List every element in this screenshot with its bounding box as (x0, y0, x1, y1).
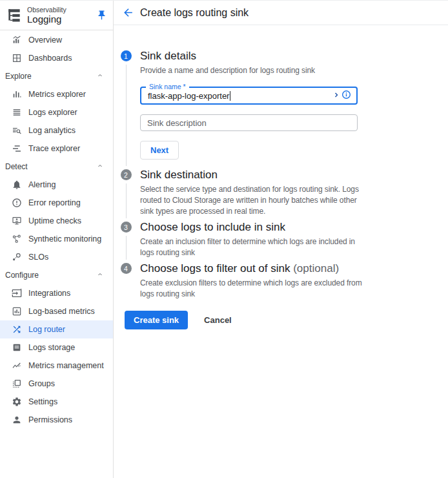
chevron-up-icon (96, 161, 104, 172)
integrations-icon (11, 288, 22, 299)
sidebar-item-label: Uptime checks (28, 216, 81, 225)
stepper-connector (126, 236, 127, 260)
stepper-connector (126, 65, 127, 166)
sidebar-item-dashboards[interactable]: Dashboards (0, 49, 113, 67)
pin-icon[interactable] (94, 8, 109, 23)
text-caret (230, 91, 230, 101)
sidebar-item-label: Settings (28, 397, 57, 406)
sidebar-item-slos[interactable]: SLOs (0, 248, 113, 266)
sink-name-field[interactable]: Sink name * flask-app-log-exporter (140, 87, 358, 105)
sidebar-item-label: Log analytics (28, 126, 76, 135)
sidebar-item-groups[interactable]: Groups (0, 375, 113, 393)
sidebar-item-label: Metrics management (28, 361, 104, 370)
sidebar-item-log-router[interactable]: Log router (0, 320, 113, 338)
sidebar-item-settings[interactable]: Settings (0, 393, 113, 411)
step-include-logs: 3 Choose logs to include in sink Create … (117, 220, 448, 262)
sidebar: Observability Logging Overview Dashboard… (0, 1, 114, 478)
step-rail: 2 (117, 168, 135, 220)
sidebar-item-label: Integrations (28, 289, 70, 298)
sidebar-item-permissions[interactable]: Permissions (0, 411, 113, 429)
step-description: Provide a name and description for logs … (140, 65, 367, 76)
next-button[interactable]: Next (140, 141, 179, 160)
sidebar-item-alerting[interactable]: Alerting (0, 176, 113, 194)
create-sink-stepper: 1 Sink details Provide a name and descri… (117, 49, 448, 303)
sidebar-section-configure[interactable]: Configure (0, 266, 113, 284)
sink-description-input[interactable] (140, 114, 358, 131)
slos-icon (11, 252, 22, 263)
permissions-icon (11, 415, 22, 426)
sidebar-item-logs-explorer[interactable]: Logs explorer (0, 103, 113, 121)
step-description: Create exclusion filters to determine wh… (140, 278, 367, 300)
sidebar-nav: Overview Dashboards Explore Metrics expl… (0, 30, 113, 429)
app-window: Observability Logging Overview Dashboard… (0, 0, 448, 478)
sidebar-item-label: Overview (28, 36, 62, 45)
sidebar-item-error-reporting[interactable]: Error reporting (0, 194, 113, 212)
chevron-right-icon[interactable] (332, 90, 340, 101)
sidebar-header: Observability Logging (0, 1, 113, 30)
sink-name-label: Sink name * (146, 83, 189, 90)
step-3-badge: 3 (121, 222, 132, 233)
section-label: Explore (5, 72, 32, 81)
product-titles: Observability Logging (27, 6, 94, 25)
back-arrow-icon[interactable] (118, 3, 137, 23)
step-title-text: Choose logs to filter out of sink (140, 262, 290, 275)
content-area: 1 Sink details Provide a name and descri… (114, 25, 448, 478)
sidebar-item-label: Alerting (28, 180, 56, 189)
trace-explorer-icon (11, 143, 22, 154)
section-label: Detect (5, 162, 28, 171)
stepper-connector (126, 183, 127, 218)
sidebar-item-log-analytics[interactable]: Log analytics (0, 121, 113, 140)
sink-name-value: flask-app-log-exporter (148, 91, 229, 101)
cancel-button[interactable]: Cancel (200, 315, 236, 326)
logs-storage-icon (11, 342, 22, 353)
step-rail: 1 (117, 49, 135, 168)
sidebar-item-label: Permissions (28, 415, 72, 424)
log-router-icon (11, 324, 22, 335)
sidebar-item-integrations[interactable]: Integrations (0, 284, 113, 302)
sidebar-item-uptime-checks[interactable]: Uptime checks (0, 212, 113, 230)
synthetic-monitoring-icon (11, 234, 22, 245)
logging-logo-icon (6, 7, 23, 24)
sidebar-item-label: Log-based metrics (28, 307, 95, 316)
step-rail: 3 (117, 220, 135, 262)
step-exclude-logs: 4 Choose logs to filter out of sink (opt… (117, 262, 448, 303)
step-sink-details: 1 Sink details Provide a name and descri… (117, 49, 448, 168)
step-4-badge: 4 (121, 263, 132, 274)
sidebar-item-metrics-explorer[interactable]: Metrics explorer (0, 85, 113, 103)
field-icons (332, 90, 351, 102)
step-description: Select the service type and destination … (140, 184, 367, 217)
sidebar-item-trace-explorer[interactable]: Trace explorer (0, 140, 113, 158)
sidebar-item-label: Groups (28, 379, 55, 388)
sink-name-input[interactable]: flask-app-log-exporter (148, 91, 332, 101)
info-icon[interactable] (341, 90, 351, 102)
create-sink-button[interactable]: Create sink (125, 311, 188, 329)
log-analytics-icon (11, 125, 22, 136)
step-1-badge: 1 (121, 50, 132, 61)
step-2-badge: 2 (121, 169, 132, 180)
sidebar-item-label: Logs explorer (28, 108, 77, 117)
sidebar-item-log-based-metrics[interactable]: Log-based metrics (0, 302, 113, 320)
sidebar-item-synthetic-monitoring[interactable]: Synthetic monitoring (0, 230, 113, 248)
chevron-up-icon (96, 70, 104, 82)
page-title: Create logs routing sink (140, 7, 249, 19)
uptime-checks-icon (11, 216, 22, 227)
sidebar-item-overview[interactable]: Overview (0, 31, 113, 49)
sidebar-item-label: Logs storage (28, 343, 75, 352)
chevron-up-icon (96, 269, 104, 281)
sidebar-item-metrics-management[interactable]: Metrics management (0, 357, 113, 375)
sidebar-section-detect[interactable]: Detect (0, 158, 113, 176)
sidebar-section-explore[interactable]: Explore (0, 67, 113, 85)
step-title: Sink details (140, 49, 448, 63)
metrics-explorer-icon (11, 89, 22, 100)
step-title: Choose logs to include in sink (140, 220, 448, 234)
alerting-icon (11, 180, 22, 191)
sidebar-item-label: Synthetic monitoring (28, 234, 101, 244)
sidebar-item-label: Error reporting (28, 198, 81, 207)
section-label: Configure (5, 271, 39, 280)
product-name: Logging (27, 14, 94, 25)
main-panel: Create logs routing sink 1 Sink details … (114, 1, 448, 478)
step-description: Create an inclusion filter to determine … (140, 236, 367, 258)
step-title: Sink destination (140, 168, 448, 182)
product-eyebrow: Observability (27, 6, 94, 14)
sidebar-item-logs-storage[interactable]: Logs storage (0, 338, 113, 357)
